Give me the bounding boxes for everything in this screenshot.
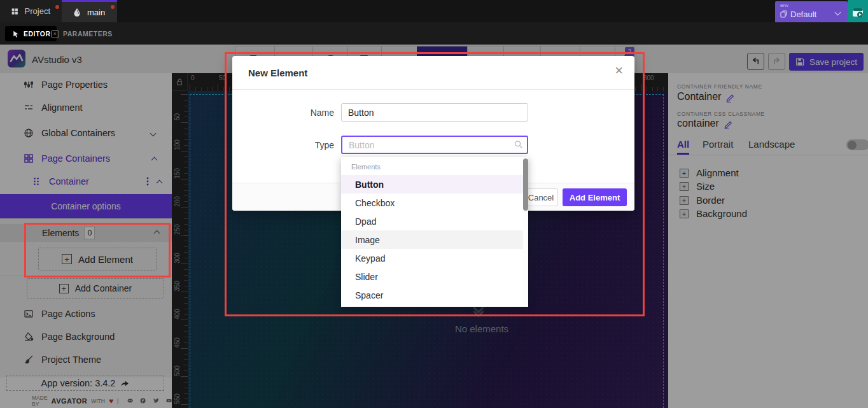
tab-main[interactable]: main bbox=[62, 0, 117, 22]
env-value: Default bbox=[790, 10, 816, 19]
top-bar: Project main env Default bbox=[0, 0, 868, 22]
tab-editor[interactable]: EDITOR bbox=[5, 26, 57, 41]
window-play-icon bbox=[851, 6, 864, 19]
main-unsaved-dot bbox=[111, 5, 115, 9]
app-launcher-button[interactable] bbox=[848, 0, 868, 25]
type-label: Type bbox=[296, 140, 334, 150]
type-search-input[interactable] bbox=[341, 136, 528, 154]
chevron-down-icon bbox=[835, 10, 841, 16]
close-icon[interactable]: × bbox=[615, 64, 623, 78]
tab-main-label: main bbox=[87, 8, 105, 17]
dropdown-item-spacer[interactable]: Spacer bbox=[341, 286, 523, 304]
dropdown-item-slider[interactable]: Slider bbox=[341, 267, 523, 286]
modal-title: New Element bbox=[248, 67, 307, 78]
grid-icon bbox=[11, 7, 18, 16]
mode-bar bbox=[0, 22, 868, 45]
droplet-icon bbox=[73, 8, 81, 17]
copy-icon bbox=[780, 10, 788, 18]
dropdown-item-image[interactable]: Image bbox=[341, 230, 523, 249]
cursor-icon bbox=[11, 30, 20, 38]
env-label: env bbox=[780, 3, 788, 8]
type-dropdown: Elements Button Checkbox Dpad Image Keyp… bbox=[341, 157, 528, 307]
name-input[interactable] bbox=[341, 103, 528, 122]
tab-parameters-label: PARAMETERS bbox=[63, 30, 113, 38]
cancel-button[interactable]: Cancel bbox=[524, 188, 558, 206]
dropdown-item-checkbox[interactable]: Checkbox bbox=[341, 193, 523, 212]
project-unsaved-dot bbox=[55, 5, 59, 9]
tab-parameters[interactable]: × PARAMETERS bbox=[51, 26, 113, 41]
tab-editor-label: EDITOR bbox=[24, 30, 50, 38]
name-label: Name bbox=[296, 108, 334, 118]
dropdown-item-button[interactable]: Button bbox=[341, 175, 523, 193]
dropdown-item-keypad[interactable]: Keypad bbox=[341, 249, 523, 267]
dropdown-group-label: Elements bbox=[351, 163, 381, 171]
tab-project[interactable]: Project bbox=[0, 0, 62, 22]
dropdown-scrollbar[interactable] bbox=[523, 157, 528, 307]
add-element-submit-button[interactable]: Add Element bbox=[563, 188, 627, 206]
dropdown-item-dpad[interactable]: Dpad bbox=[341, 212, 523, 230]
tab-project-label: Project bbox=[25, 6, 50, 16]
parameters-icon: × bbox=[51, 30, 59, 38]
environment-selector[interactable]: env Default bbox=[775, 1, 848, 24]
search-icon bbox=[514, 140, 523, 149]
